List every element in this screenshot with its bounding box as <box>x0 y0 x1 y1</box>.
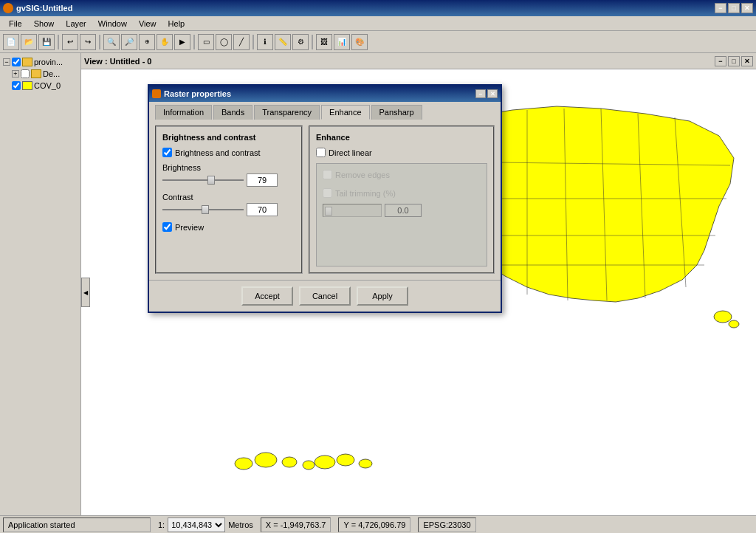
measure-button[interactable]: 📏 <box>275 34 291 50</box>
view-minimize-btn[interactable]: − <box>715 56 726 66</box>
view-close-btn[interactable]: ✕ <box>741 56 753 66</box>
brightness-slider-container <box>162 173 295 187</box>
tail-trimming-checkbox[interactable] <box>323 188 332 198</box>
dialog-title-bar: Raster properties − ✕ <box>149 86 501 102</box>
dialog-title: Raster properties <box>164 89 231 98</box>
cancel-button[interactable]: Cancel <box>299 286 351 306</box>
tail-slider[interactable] <box>323 204 382 217</box>
menu-bar: File Show Layer Window View Help <box>0 16 756 31</box>
status-bar: Application started 1: 10,434,843 Metros… <box>0 515 756 533</box>
tab-bar: Information Bands Transparency Enhance P… <box>149 102 501 120</box>
restore-button[interactable]: □ <box>728 3 740 13</box>
view-header: View : Untitled - 0 − □ ✕ <box>81 53 756 69</box>
select-button[interactable]: ▶ <box>174 34 190 50</box>
map-canvas[interactable]: ◀ <box>81 69 756 515</box>
contrast-slider-container <box>162 203 295 216</box>
folder-icon-de <box>31 69 41 78</box>
menu-layer[interactable]: Layer <box>60 18 92 30</box>
toolbar-sep-2 <box>99 35 100 49</box>
chart-button[interactable]: 📊 <box>334 34 350 50</box>
layer-checkbox-de[interactable] <box>21 69 30 78</box>
menu-view[interactable]: View <box>133 18 162 30</box>
toolbar-sep-3 <box>193 35 195 49</box>
bc-checkbox[interactable] <box>162 148 172 157</box>
expand-icon-de[interactable]: + <box>12 70 19 78</box>
open-button[interactable]: 📂 <box>21 34 37 50</box>
zoom-in-button[interactable]: 🔍 <box>103 34 120 50</box>
contrast-value-input[interactable] <box>247 203 278 216</box>
dialog-overlay: Raster properties − ✕ Information Bands … <box>81 69 756 515</box>
layer-label-cov: COV_0 <box>34 81 61 90</box>
app-title-bar: gvSIG:Untitled − □ ✕ <box>0 0 756 16</box>
view-area: View : Untitled - 0 − □ ✕ ◀ <box>81 53 756 515</box>
menu-help[interactable]: Help <box>162 18 191 30</box>
redo-button[interactable]: ↪ <box>80 34 96 50</box>
dialog-minimize-btn[interactable]: − <box>475 89 486 98</box>
preview-checkbox-row: Preview <box>162 222 295 232</box>
dialog-content: Brightness and contrast Brightness and c… <box>149 120 501 280</box>
scale-label: 1: <box>158 520 165 529</box>
remove-edges-checkbox[interactable] <box>323 170 332 179</box>
tail-trimming-row: Tail trimming (%) <box>323 188 481 198</box>
pan-button[interactable]: ✋ <box>157 34 173 50</box>
tab-transparency[interactable]: Transparency <box>254 105 320 120</box>
tab-information[interactable]: Information <box>155 105 212 120</box>
remove-edges-label: Remove edges <box>335 171 390 179</box>
tab-enhance[interactable]: Enhance <box>321 105 369 120</box>
tab-pansharp[interactable]: Pansharp <box>371 105 422 120</box>
undo-button[interactable]: ↩ <box>62 34 78 50</box>
draw-rect-button[interactable]: ▭ <box>198 34 214 50</box>
epsg-code: EPSG:23030 <box>418 517 475 532</box>
layer-checkbox-cov[interactable] <box>12 81 21 90</box>
view-maximize-btn[interactable]: □ <box>728 56 740 66</box>
style-button[interactable]: 🎨 <box>351 34 368 50</box>
contrast-row: Contrast <box>162 193 295 216</box>
bc-checkbox-row: Brightness and contrast <box>162 148 295 157</box>
toolbar: 📄 📂 💾 ↩ ↪ 🔍 🔎 ⊕ ✋ ▶ ▭ ◯ ╱ ℹ 📏 ⚙ 🖼 📊 🎨 <box>0 31 756 53</box>
scale-select[interactable]: 10,434,843 <box>168 517 225 532</box>
preview-label: Preview <box>175 223 204 232</box>
app-icon <box>3 3 13 13</box>
brightness-slider[interactable] <box>162 173 244 187</box>
properties-button[interactable]: ⚙ <box>292 34 309 50</box>
draw-circle-button[interactable]: ◯ <box>216 34 232 50</box>
enhance-panel-title: Enhance <box>316 133 487 142</box>
apply-button[interactable]: Apply <box>357 286 408 306</box>
expand-icon[interactable]: − <box>3 58 10 66</box>
contrast-thumb[interactable] <box>202 205 209 214</box>
zoom-full-button[interactable]: ⊕ <box>139 34 155 50</box>
layer-checkbox-provin[interactable] <box>12 58 21 66</box>
brightness-value-input[interactable] <box>247 173 278 187</box>
toolbar-sep-1 <box>58 35 59 49</box>
save-button[interactable]: 💾 <box>38 34 55 50</box>
tab-bands[interactable]: Bands <box>213 105 252 120</box>
close-button[interactable]: ✕ <box>741 3 753 13</box>
accept-button[interactable]: Accept <box>241 286 293 306</box>
tail-value-input[interactable] <box>385 204 422 217</box>
y-coord: Y = 4,726,096.79 <box>338 517 410 532</box>
brightness-label: Brightness <box>162 163 295 172</box>
direct-linear-checkbox[interactable] <box>316 148 326 157</box>
raster-button[interactable]: 🖼 <box>316 34 332 50</box>
draw-line-button[interactable]: ╱ <box>233 34 250 50</box>
bc-panel-title: Brightness and contrast <box>162 133 295 142</box>
direct-linear-row: Direct linear <box>316 148 487 157</box>
units-label: Metros <box>228 520 253 529</box>
new-button[interactable]: 📄 <box>3 34 19 50</box>
info-button[interactable]: ℹ <box>257 34 273 50</box>
dialog-close-btn[interactable]: ✕ <box>487 89 498 98</box>
contrast-slider[interactable] <box>162 203 244 216</box>
layer-cov[interactable]: COV_0 <box>3 80 78 92</box>
menu-show[interactable]: Show <box>28 18 61 30</box>
brightness-thumb[interactable] <box>207 176 215 185</box>
menu-file[interactable]: File <box>3 18 28 30</box>
dialog-buttons: Accept Cancel Apply <box>149 280 501 312</box>
minimize-button[interactable]: − <box>715 3 726 13</box>
dialog-icon <box>152 89 161 98</box>
layer-de[interactable]: + De... <box>3 68 78 80</box>
preview-checkbox[interactable] <box>162 222 172 232</box>
zoom-out-button[interactable]: 🔎 <box>121 34 137 50</box>
menu-window[interactable]: Window <box>92 18 133 30</box>
layer-group-provin[interactable]: − provin... <box>3 56 78 68</box>
enhance-panel: Enhance Direct linear Remove edges <box>309 125 495 274</box>
